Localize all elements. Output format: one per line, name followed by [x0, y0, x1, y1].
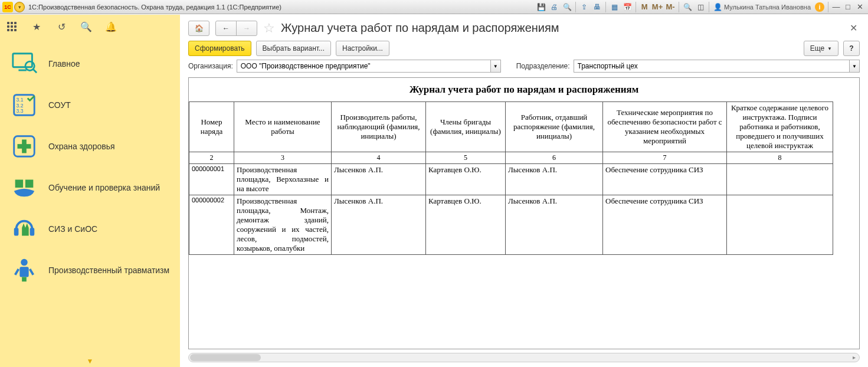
svg-line-3 [33, 70, 37, 73]
report-container: Журнал учета работ по нарядам и распоряж… [188, 77, 860, 349]
dep-input[interactable] [574, 60, 850, 73]
scroll-right-icon[interactable]: ▸ [850, 353, 858, 362]
nav-injury[interactable]: Производственный травматизм [0, 250, 180, 291]
injury-person-icon [9, 255, 39, 285]
maximize-button[interactable]: □ [843, 2, 853, 11]
back-button[interactable]: ← [215, 21, 237, 36]
close-tab-button[interactable]: ✕ [847, 20, 860, 36]
app-logo-icon: 1C [2, 2, 13, 12]
checklist-icon: 3.13.23.3 [9, 90, 39, 120]
table-cell: Производственная площадка, Верхолазные и… [234, 164, 332, 195]
table-cell: Лысенков А.П. [506, 164, 603, 195]
user-icon: 👤 [713, 3, 722, 11]
table-cell: Производственная площадка, Монтаж, демон… [234, 195, 332, 255]
org-dropdown-icon[interactable]: ▼ [490, 60, 501, 73]
report-title: Журнал учета работ по нарядам и распоряж… [189, 78, 859, 101]
svg-text:3.2: 3.2 [17, 103, 24, 109]
svg-text:3.3: 3.3 [17, 108, 24, 114]
table-row[interactable]: 000000001Производственная площадка, Верх… [189, 164, 833, 195]
minimize-button[interactable]: — [831, 2, 841, 11]
svg-rect-11 [14, 228, 19, 235]
sidebar-expand-icon[interactable]: ▼ [87, 357, 94, 365]
dep-combo[interactable]: ▼ [574, 60, 860, 73]
nav-main[interactable]: Главное [0, 43, 180, 84]
nav-training[interactable]: Обучение и проверка знаний [0, 167, 180, 208]
headset-glove-icon [9, 214, 39, 244]
table-numrow: 2 3 4 5 6 7 8 [189, 152, 833, 164]
svg-text:3.1: 3.1 [17, 97, 24, 103]
mem-mplus-icon[interactable]: M+ [651, 1, 663, 13]
report-toolbar: Сформировать Выбрать вариант... Настройк… [180, 40, 868, 60]
sections-icon[interactable] [6, 21, 18, 32]
zoom-icon[interactable]: 🔍 [682, 1, 693, 13]
choose-variant-button[interactable]: Выбрать вариант... [256, 41, 331, 56]
horizontal-scrollbar[interactable]: ◂ ▸ [188, 353, 860, 362]
calculator-icon[interactable]: ▦ [608, 1, 620, 13]
book-hand-icon [9, 173, 39, 202]
scroll-thumb[interactable] [190, 354, 261, 361]
col-header: Номер наряда [189, 102, 234, 152]
notifications-icon[interactable]: 🔔 [105, 21, 117, 32]
search-icon[interactable]: 🔍 [80, 21, 92, 32]
col-header: Работник, отдавший распоряжение (фамилия… [506, 102, 603, 152]
sidebar-toolbar: ★ ↺ 🔍 🔔 [0, 15, 180, 38]
svg-rect-14 [19, 267, 28, 277]
favorite-star-icon[interactable]: ☆ [263, 21, 275, 36]
table-cell: Картавцев О.Ю. [426, 195, 506, 255]
nav-siz[interactable]: СИЗ и СиОС [0, 208, 180, 250]
home-button[interactable]: 🏠 [188, 21, 209, 36]
table-cell: Картавцев О.Ю. [426, 164, 506, 195]
printer2-icon[interactable]: 🖶 [591, 1, 603, 13]
col-header: Производитель работы, наблюдающий (фамил… [332, 102, 426, 152]
export-icon[interactable]: ⇪ [578, 1, 590, 13]
panel-icon[interactable]: ◫ [695, 1, 706, 13]
nav-list: Главное 3.13.23.3 СОУТ Охрана здоровья О… [0, 38, 180, 296]
table-cell: 000000002 [189, 195, 234, 255]
forward-button[interactable]: → [236, 21, 257, 36]
nav-health[interactable]: Охрана здоровья [0, 126, 180, 167]
dep-label: Подразделение: [516, 62, 570, 70]
mem-m-icon[interactable]: M [638, 1, 650, 13]
org-input[interactable] [237, 60, 490, 73]
print-icon[interactable]: 🖨 [548, 1, 560, 13]
more-button[interactable]: Еще▼ [804, 41, 838, 56]
table-header-row: Номер наряда Место и наименование работы… [189, 102, 833, 152]
report-table: Номер наряда Место и наименование работы… [189, 101, 833, 255]
page-header: 🏠 ← → ☆ Журнал учета работ по нарядам и … [180, 14, 868, 40]
mem-mminus-icon[interactable]: M- [664, 1, 676, 13]
table-row[interactable]: 000000002Производственная площадка, Монт… [189, 195, 833, 255]
app-menu-dropdown[interactable] [14, 2, 25, 12]
history-icon[interactable]: ↺ [55, 21, 67, 32]
table-cell: Лысенков А.П. [506, 195, 603, 255]
calendar-icon[interactable]: 📅 [621, 1, 633, 13]
monitor-search-icon [9, 49, 39, 78]
svg-rect-10 [18, 144, 31, 149]
help-button[interactable]: ? [843, 41, 860, 56]
sidebar: ★ ↺ 🔍 🔔 Главное 3.13.23.3 СОУТ [0, 14, 180, 367]
table-cell: Обеспечение сотрудника СИЗ [603, 164, 727, 195]
user-name: Мулькина Татьяна Ивановна [724, 4, 811, 11]
col-header: Технические мероприятия по обеспечению б… [603, 102, 727, 152]
org-combo[interactable]: ▼ [237, 60, 501, 73]
close-button[interactable]: ✕ [854, 2, 865, 11]
generate-button[interactable]: Сформировать [188, 41, 251, 56]
svg-rect-1 [18, 70, 26, 71]
window-title: 1С:Производственная безопасность. Охрана… [28, 4, 281, 11]
org-label: Организация: [188, 62, 233, 70]
table-cell: 000000001 [189, 164, 234, 195]
col-header: Место и наименование работы [234, 102, 332, 152]
dep-dropdown-icon[interactable]: ▼ [849, 60, 860, 73]
settings-button[interactable]: Настройки... [336, 41, 389, 56]
page-title: Журнал учета работ по нарядам и распоряж… [281, 21, 559, 35]
nav-sout[interactable]: 3.13.23.3 СОУТ [0, 84, 180, 126]
favorites-icon[interactable]: ★ [31, 21, 42, 32]
svg-rect-12 [30, 228, 35, 235]
save-icon[interactable]: 💾 [535, 1, 547, 13]
preview-icon[interactable]: 🔍 [561, 1, 573, 13]
svg-point-2 [25, 61, 34, 70]
table-cell [727, 195, 833, 255]
health-plus-icon [9, 132, 39, 161]
table-cell: Обеспечение сотрудника СИЗ [603, 195, 727, 255]
current-user[interactable]: 👤 Мулькина Татьяна Ивановна [713, 3, 811, 11]
info-icon[interactable]: i [814, 1, 826, 13]
